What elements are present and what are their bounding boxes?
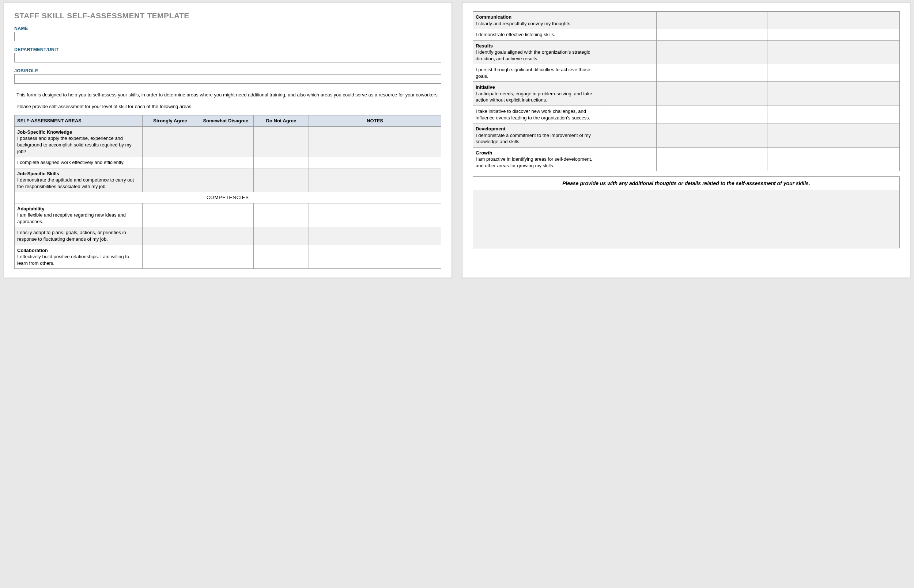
rating-cell[interactable] (198, 227, 253, 245)
table-row: I take initiative to discover new work c… (473, 106, 900, 123)
rating-cell[interactable] (712, 29, 767, 40)
rating-cell[interactable] (253, 227, 309, 245)
rating-cell[interactable] (601, 29, 656, 40)
area-title: Development (476, 126, 598, 132)
table-row: I easily adapt to plans, goals, actions,… (15, 227, 441, 245)
additional-thoughts-label: Please provide us with any additional th… (473, 176, 900, 190)
rating-cell[interactable] (198, 245, 253, 269)
area-title: Communication (476, 14, 598, 21)
assessment-table-1: SELF-ASSESSMENT AREAS Strongly Agree Som… (14, 115, 441, 269)
rating-cell[interactable] (253, 203, 309, 227)
document-title: STAFF SKILL SELF-ASSESSMENT TEMPLATE (14, 11, 441, 20)
rating-cell[interactable] (198, 168, 253, 192)
rating-cell[interactable] (601, 12, 656, 29)
notes-cell[interactable] (767, 82, 900, 106)
intro-paragraph-1: This form is designed to help you to sel… (16, 92, 439, 98)
rating-cell[interactable] (656, 64, 712, 82)
rating-cell[interactable] (712, 82, 767, 106)
rating-cell[interactable] (656, 29, 712, 40)
col-somewhat: Somewhat Disagree (198, 115, 253, 127)
rating-cell[interactable] (656, 12, 712, 29)
area-cell: I take initiative to discover new work c… (473, 106, 601, 123)
rating-cell[interactable] (656, 40, 712, 64)
area-text: I persist through significant difficulti… (476, 67, 590, 79)
notes-cell[interactable] (309, 203, 441, 227)
col-notes: NOTES (309, 115, 441, 127)
area-cell: I persist through significant difficulti… (473, 64, 601, 82)
table-row: I demonstrate effective listening skills… (473, 29, 900, 40)
area-cell: AdaptabilityI am flexible and receptive … (15, 203, 143, 227)
rating-cell[interactable] (712, 12, 767, 29)
notes-cell[interactable] (309, 227, 441, 245)
rating-cell[interactable] (253, 126, 309, 157)
rating-cell[interactable] (198, 157, 253, 168)
table-row: AdaptabilityI am flexible and receptive … (15, 203, 441, 227)
rating-cell[interactable] (712, 123, 767, 147)
rating-cell[interactable] (712, 40, 767, 64)
area-cell: InitiativeI anticipate needs, engage in … (473, 82, 601, 106)
additional-thoughts-input[interactable] (473, 190, 900, 248)
rating-cell[interactable] (712, 106, 767, 123)
notes-cell[interactable] (309, 245, 441, 269)
rating-cell[interactable] (656, 106, 712, 123)
rating-cell[interactable] (143, 203, 198, 227)
area-text: I possess and apply the expertise, exper… (17, 136, 131, 154)
rating-cell[interactable] (198, 126, 253, 157)
rating-cell[interactable] (656, 82, 712, 106)
rating-cell[interactable] (712, 64, 767, 82)
col-donot: Do Not Agree (253, 115, 309, 127)
intro-paragraph-2: Please provide self-assessment for your … (16, 103, 439, 110)
rating-cell[interactable] (143, 227, 198, 245)
rating-cell[interactable] (601, 64, 656, 82)
area-text: I take initiative to discover new work c… (476, 108, 590, 121)
page-2: CommunicationI clearly and respectfully … (462, 2, 910, 278)
job-input[interactable] (14, 74, 441, 84)
col-strongly: Strongly Agree (143, 115, 198, 127)
rating-cell[interactable] (143, 126, 198, 157)
field-job: JOB/ROLE (14, 68, 441, 84)
department-input[interactable] (14, 53, 441, 63)
table-row: InitiativeI anticipate needs, engage in … (473, 82, 900, 106)
area-cell: CommunicationI clearly and respectfully … (473, 12, 601, 29)
rating-cell[interactable] (253, 245, 309, 269)
area-title: Growth (476, 150, 598, 156)
area-cell: I complete assigned work effectively and… (15, 157, 143, 168)
job-label: JOB/ROLE (14, 68, 441, 73)
notes-cell[interactable] (309, 157, 441, 168)
area-text: I am proactive in identifying areas for … (476, 156, 592, 168)
notes-cell[interactable] (767, 106, 900, 123)
rating-cell[interactable] (601, 123, 656, 147)
field-name: NAME (14, 26, 441, 41)
area-cell: ResultsI identify goals aligned with the… (473, 40, 601, 64)
department-label: DEPARTMENT/UNIT (14, 47, 441, 52)
notes-cell[interactable] (309, 126, 441, 157)
rating-cell[interactable] (601, 147, 656, 171)
rating-cell[interactable] (601, 106, 656, 123)
notes-cell[interactable] (767, 64, 900, 82)
notes-cell[interactable] (767, 12, 900, 29)
area-title: Initiative (476, 84, 598, 90)
table-row: CommunicationI clearly and respectfully … (473, 12, 900, 29)
area-title: Job-Specific Knowledge (17, 129, 139, 136)
notes-cell[interactable] (767, 29, 900, 40)
rating-cell[interactable] (656, 123, 712, 147)
notes-cell[interactable] (767, 147, 900, 171)
table-row: GrowthI am proactive in identifying area… (473, 147, 900, 171)
name-input[interactable] (14, 32, 441, 41)
rating-cell[interactable] (143, 168, 198, 192)
col-areas: SELF-ASSESSMENT AREAS (15, 115, 143, 127)
notes-cell[interactable] (309, 168, 441, 192)
area-title: Job-Specific Skills (17, 171, 139, 177)
rating-cell[interactable] (656, 147, 712, 171)
rating-cell[interactable] (712, 147, 767, 171)
rating-cell[interactable] (143, 157, 198, 168)
rating-cell[interactable] (253, 157, 309, 168)
rating-cell[interactable] (601, 40, 656, 64)
notes-cell[interactable] (767, 123, 900, 147)
rating-cell[interactable] (253, 168, 309, 192)
rating-cell[interactable] (198, 203, 253, 227)
notes-cell[interactable] (767, 40, 900, 64)
area-text: I demonstrate the aptitude and competenc… (17, 177, 134, 189)
rating-cell[interactable] (601, 82, 656, 106)
rating-cell[interactable] (143, 245, 198, 269)
